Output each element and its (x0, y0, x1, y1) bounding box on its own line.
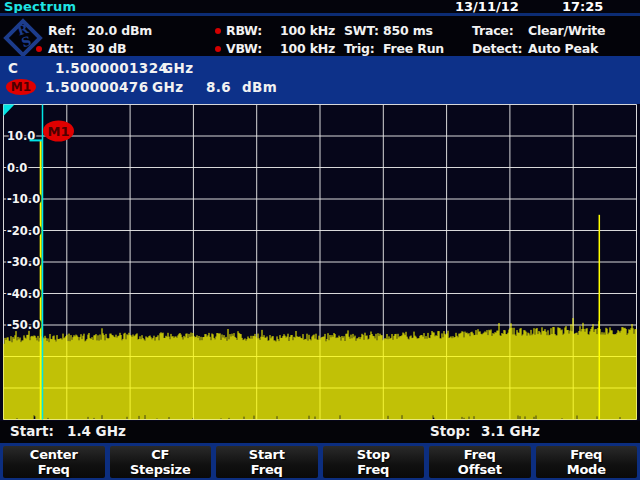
softkey-stop-freq[interactable]: Stop Freq (323, 446, 425, 478)
softkey-label: Freq (357, 462, 389, 477)
marker1-level-unit: dBm (242, 79, 277, 95)
date-display: 13/11/12 (455, 0, 519, 14)
softkey-label: Mode (567, 462, 606, 477)
settings-row-1: Ref: 20.0 dBm RBW: 100 kHz SWT: 850 ms T… (0, 24, 640, 38)
detect-label: Detect: (472, 41, 522, 56)
title-bar: Spectrum 13/11/12 17:25 (0, 0, 640, 13)
frequency-axis-row: Start: 1.4 GHz Stop: 3.1 GHz (0, 421, 640, 443)
softkey-freq-offset[interactable]: Freq Offset (429, 446, 531, 478)
center-freq-row: C 1.5000001324 GHz (0, 61, 640, 77)
ref-value: 20.0 dBm (87, 23, 152, 38)
svg-text:-10.0: -10.0 (7, 192, 40, 206)
softkey-label: Freq (570, 447, 602, 462)
center-freq-label: C (8, 60, 18, 76)
settings-header: R S Ref: 20.0 dBm RBW: 100 kHz SWT: 850 … (0, 16, 640, 56)
softkey-label: Stepsize (130, 462, 191, 477)
swt-label: SWT: (344, 23, 379, 38)
vbw-label: VBW: (226, 41, 262, 56)
ref-label: Ref: (48, 23, 76, 38)
softkey-label: Freq (464, 447, 496, 462)
svg-text:-40.0: -40.0 (7, 287, 40, 301)
svg-text:0.0: 0.0 (7, 161, 27, 175)
trace-label: Trace: (472, 23, 513, 38)
swt-value: 850 ms (383, 23, 433, 38)
svg-text:-30.0: -30.0 (7, 255, 40, 269)
detect-value: Auto Peak (528, 41, 598, 56)
trace-value: Clear/Write (528, 23, 605, 38)
vbw-value: 100 kHz (280, 41, 335, 56)
att-value: 30 dB (87, 41, 126, 56)
center-freq-value: 1.5000001324 (55, 60, 168, 76)
softkey-label: CF (151, 447, 169, 462)
trig-value: Free Run (383, 41, 444, 56)
softkey-label: Offset (458, 462, 502, 477)
softkey-label: Start (249, 447, 285, 462)
softkey-label: Freq (38, 462, 70, 477)
rbw-active-bullet-icon (215, 28, 221, 34)
softkey-freq-mode[interactable]: Freq Mode (536, 446, 638, 478)
marker1-badge: M1 (6, 79, 36, 95)
spectrum-trace-chart: 10.00.0-10.0-20.0-30.0-40.0-50.0M1 (0, 104, 640, 421)
marker-readout-bar: C 1.5000001324 GHz M1 1.500000476 GHz 8.… (0, 56, 640, 104)
start-freq-value: 1.4 GHz (67, 423, 126, 439)
softkey-menu: Center Freq CF Stepsize Start Freq Stop … (0, 443, 640, 480)
page-title: Spectrum (4, 0, 76, 14)
start-freq-label: Start: (10, 423, 54, 439)
marker1-level-value: 8.6 (206, 79, 231, 95)
rbw-value: 100 kHz (280, 23, 335, 38)
rbw-label: RBW: (226, 23, 262, 38)
svg-text:M1: M1 (48, 124, 70, 139)
time-display: 17:25 (562, 0, 603, 14)
settings-row-2: Att: 30 dB VBW: 100 kHz Trig: Free Run D… (0, 42, 640, 56)
center-freq-unit: GHz (162, 60, 193, 76)
vbw-active-bullet-icon (215, 46, 221, 52)
softkey-center-freq[interactable]: Center Freq (3, 446, 105, 478)
spectrum-analyzer-screen: Spectrum 13/11/12 17:25 R S Ref: 20.0 dB… (0, 0, 640, 480)
softkey-cf-stepsize[interactable]: CF Stepsize (110, 446, 212, 478)
svg-text:-20.0: -20.0 (7, 224, 40, 238)
trig-label: Trig: (344, 41, 375, 56)
stop-freq-label: Stop: (430, 423, 471, 439)
spectrum-plot: 10.00.0-10.0-20.0-30.0-40.0-50.0M1 (0, 104, 640, 421)
softkey-label: Freq (251, 462, 283, 477)
softkey-label: Stop (357, 447, 390, 462)
marker1-freq-value: 1.500000476 (45, 79, 148, 95)
svg-text:-50.0: -50.0 (7, 318, 40, 332)
softkey-label: Center (30, 447, 78, 462)
att-active-bullet-icon (36, 46, 42, 52)
softkey-start-freq[interactable]: Start Freq (216, 446, 318, 478)
marker1-freq-unit: GHz (152, 79, 183, 95)
stop-freq-value: 3.1 GHz (481, 423, 540, 439)
att-label: Att: (48, 41, 74, 56)
marker1-row: M1 1.500000476 GHz 8.6 dBm (0, 80, 640, 96)
